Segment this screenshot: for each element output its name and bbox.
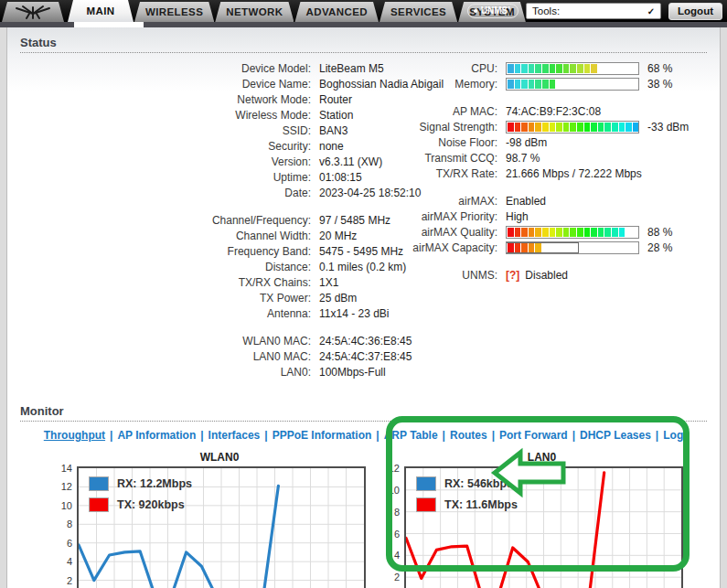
monitor-link-log[interactable]: Log <box>663 429 683 442</box>
progress-bar <box>506 241 639 254</box>
bar-segment <box>535 80 541 89</box>
monitor-link-port-forward[interactable]: Port Forward <box>499 429 568 442</box>
status-row: Noise Floor:-98 dBm <box>369 134 707 150</box>
chart-title: LAN0 <box>404 451 679 464</box>
status-row: UNMS:[?]Disabled <box>369 267 707 283</box>
monitor-link-pppoe-information[interactable]: PPPoE Information <box>273 429 372 442</box>
ubiquiti-logo-tab[interactable] <box>2 2 64 22</box>
status-group: Channel/Frequency:97 / 5485 MHzChannel W… <box>20 212 369 321</box>
legend-entry-rx: RX: 12.2Mbps <box>89 476 192 491</box>
status-row: Signal Strength:-33 dBm <box>369 119 707 134</box>
field-value: 21.666 Mbps / 72.222 Mbps <box>506 167 642 180</box>
field-value: -98 dBm <box>506 136 547 149</box>
field-label: Channel/Frequency: <box>20 214 311 227</box>
status-section-title: Status <box>20 36 707 53</box>
monitor-link-dhcp-leases[interactable]: DHCP Leases <box>580 429 651 442</box>
status-left-column: Device Model:LiteBeam M5Device Name:Bogh… <box>20 60 369 391</box>
monitor-link-ap-information[interactable]: AP Information <box>117 429 196 442</box>
bar-segment <box>577 123 583 132</box>
progress-bar <box>506 226 639 239</box>
monitor-link-interfaces[interactable]: Interfaces <box>208 429 261 442</box>
status-group: CPU:68 %Memory:38 % <box>369 60 707 91</box>
field-label: LAN0 MAC: <box>20 350 311 363</box>
legend-label-rx: RX: 12.2Mbps <box>117 477 192 490</box>
help-link[interactable]: [?] <box>506 269 519 282</box>
monitor-link-arp-table[interactable]: ARP Table <box>384 429 438 442</box>
bar-segment <box>619 228 625 237</box>
field-label: AP MAC: <box>369 105 497 118</box>
field-label: LAN0: <box>20 366 311 379</box>
monitor-nav-links: Throughput|AP Information|Interfaces|PPP… <box>20 429 707 442</box>
bar-segment <box>591 228 597 237</box>
status-row: Transmit CCQ:98.7 % <box>369 150 707 166</box>
unms-button-label: UNMS’ <box>481 5 510 16</box>
bar-segment <box>515 243 521 252</box>
status-row: Uptime:01:08:15 <box>20 169 369 185</box>
tab-main[interactable]: MAIN <box>68 0 134 22</box>
plot-area: RX: 12.2MbpsTX: 920kbps <box>77 466 366 588</box>
bar-segment <box>535 228 541 237</box>
field-value: Station <box>319 109 353 122</box>
field-label: Distance: <box>20 261 311 273</box>
monitor-link-routes[interactable]: Routes <box>450 429 487 442</box>
progress-bar <box>506 78 639 91</box>
progress-bar <box>506 121 639 134</box>
legend-entry-rx: RX: 546kbps <box>416 476 518 491</box>
field-value: 01:08:15 <box>319 171 362 184</box>
chart-wlan0: WLAN01412108642Mbps 0RX: 12.2MbpsTX: 920… <box>20 451 366 588</box>
field-value: BAN3 <box>319 124 347 137</box>
field-value: 38 % <box>647 78 672 91</box>
status-row: airMAX Quality:88 % <box>369 224 707 240</box>
field-label: Memory: <box>369 78 497 91</box>
field-value: 88 % <box>647 226 672 239</box>
field-label: Network Mode: <box>20 93 311 106</box>
status-section: Device Model:LiteBeam M5Device Name:Bogh… <box>20 60 707 391</box>
status-group: UNMS:[?]Disabled <box>369 267 707 283</box>
bar-segment <box>550 64 556 73</box>
status-group: airMAX:EnabledairMAX Priority:HighairMAX… <box>369 193 707 255</box>
status-row: Date:2023-04-25 18:52:10 <box>20 185 369 200</box>
bar-segment <box>625 123 632 132</box>
field-value: 68 % <box>647 62 672 75</box>
bar-segment <box>535 243 541 252</box>
link-separator: | <box>264 429 267 442</box>
bar-segment <box>633 123 639 132</box>
link-separator: | <box>656 429 658 442</box>
bar-segment <box>508 64 514 73</box>
bar-segment <box>563 228 570 237</box>
status-row: Device Model:LiteBeam M5 <box>20 60 369 76</box>
status-row: AP MAC:74:AC:B9:F2:3C:08 <box>369 103 707 119</box>
tab-services[interactable]: SERVICES <box>380 2 457 22</box>
tab-advanced[interactable]: ADVANCED <box>294 2 379 22</box>
y-tick-label: 12 <box>389 463 400 474</box>
tools-dropdown[interactable]: Tools: ✓ <box>526 3 661 19</box>
bar-segment <box>563 64 570 73</box>
top-navigation-bar: MAINWIRELESSNETWORKADVANCEDSERVICESSYSTE… <box>0 0 727 22</box>
tab-wireless[interactable]: WIRELESS <box>134 2 214 22</box>
field-value: none <box>319 140 344 153</box>
field-label: airMAX: <box>369 195 497 208</box>
tab-network[interactable]: NETWORK <box>215 2 294 22</box>
bar-segment <box>535 123 541 132</box>
field-value: 25 dBm <box>319 292 357 305</box>
field-label: airMAX Priority: <box>369 210 497 223</box>
bar-segment <box>570 64 576 73</box>
status-row: LAN0 MAC:24:5A:4C:37:E8:45 <box>20 348 369 364</box>
logout-button[interactable]: Logout <box>668 3 722 20</box>
status-row: Memory:38 % <box>369 76 707 91</box>
y-tick-label: 4 <box>67 556 72 567</box>
status-row: TX Power:25 dBm <box>20 290 369 305</box>
chart-lan0: LAN012108642Mbps 0RX: 546kbpsTX: 11.6Mbp… <box>366 451 683 588</box>
monitor-link-throughput[interactable]: Throughput <box>44 429 105 442</box>
field-label: UNMS: <box>369 269 497 282</box>
status-group: Device Model:LiteBeam M5Device Name:Bogh… <box>20 60 369 200</box>
link-separator: | <box>200 429 203 442</box>
y-tick-label: 6 <box>67 538 72 549</box>
status-right-column: CPU:68 %Memory:38 %AP MAC:74:AC:B9:F2:3C… <box>369 60 707 391</box>
bar-segment <box>556 64 562 73</box>
bar-segment <box>584 64 591 73</box>
field-value: 74:AC:B9:F2:3C:08 <box>506 105 601 118</box>
unms-button[interactable]: UNMS’ <box>467 4 519 18</box>
ubiquiti-antenna-icon <box>14 5 52 19</box>
link-separator: | <box>376 429 379 442</box>
